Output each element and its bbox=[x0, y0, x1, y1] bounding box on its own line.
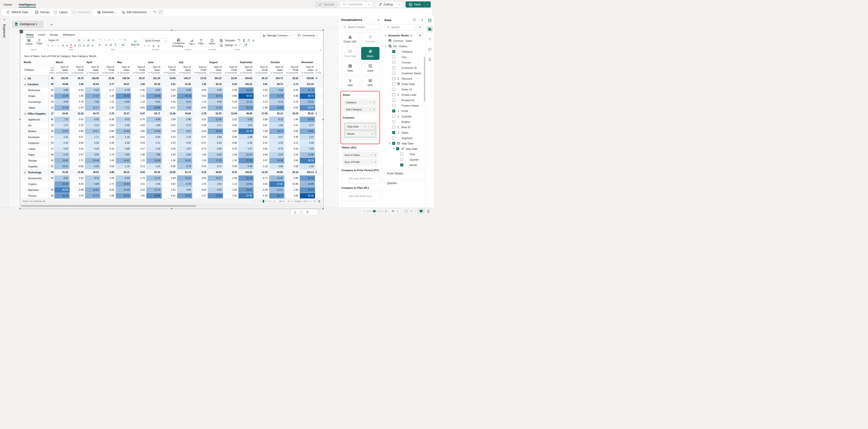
ribbon-collapse-icon[interactable]: ∨ bbox=[320, 49, 321, 51]
field-checkbox[interactable] bbox=[392, 115, 395, 118]
matrix-cell[interactable]: 0.38 bbox=[192, 87, 208, 93]
matrix-cell[interactable]: 4.86 bbox=[284, 193, 300, 198]
totals-button[interactable]: Σ Totals∨ bbox=[35, 38, 43, 47]
chevron-down-icon[interactable]: ∨ bbox=[365, 126, 366, 128]
matrix-cell[interactable]: 20.33 bbox=[300, 117, 315, 122]
matrix-cell[interactable]: 0.45 bbox=[162, 122, 177, 128]
matrix-cell[interactable]: -0.17 bbox=[100, 87, 116, 93]
app-zoom-value[interactable]: 82 % bbox=[390, 209, 401, 214]
settings-label[interactable]: Settings bbox=[225, 44, 233, 46]
focus-mode-icon[interactable] bbox=[300, 211, 303, 214]
matrix-row-label[interactable]: ⊟Technology bbox=[22, 169, 49, 175]
zoom-out-button[interactable]: − bbox=[363, 209, 365, 213]
matrix-cell[interactable]: 5.30 bbox=[254, 193, 269, 198]
matrix-cell[interactable]: 2.76 bbox=[100, 110, 116, 117]
data-search[interactable] bbox=[384, 24, 415, 30]
matrix-cell[interactable]: 4.56 bbox=[116, 152, 131, 158]
matrix-clipped-cell[interactable]: 30 bbox=[49, 122, 54, 128]
matrix-row-label[interactable]: Tables bbox=[22, 105, 49, 110]
filter-button[interactable]: Filter∨ bbox=[197, 38, 205, 47]
matrix-cell[interactable]: 13.45 bbox=[269, 175, 284, 181]
matrix-cell[interactable]: 6.99 bbox=[116, 175, 131, 181]
field-checkbox[interactable] bbox=[392, 88, 395, 91]
matrix-cell[interactable]: -0.38 bbox=[100, 117, 116, 122]
matrix-cell[interactable]: 0.90 bbox=[54, 146, 69, 152]
matrix-cell[interactable]: 12.74 bbox=[146, 187, 162, 193]
refresh-data-button[interactable]: Refresh Data bbox=[4, 9, 31, 16]
matrix-cell[interactable]: 50.35 bbox=[300, 193, 315, 198]
fill-color-icon[interactable] bbox=[61, 44, 64, 47]
more-options-icon[interactable]: ⋮ bbox=[369, 101, 372, 104]
matrix-cell[interactable]: 0.08 bbox=[223, 87, 238, 93]
matrix-cell[interactable]: 18.19 bbox=[269, 128, 284, 134]
matrix-clipped-cell[interactable]: 37 bbox=[49, 134, 54, 140]
matrix-clipped-cell[interactable]: - bbox=[315, 128, 322, 134]
matrix-cell[interactable]: 11.88 bbox=[300, 152, 315, 158]
explorer-label[interactable]: Explorer bbox=[3, 24, 6, 38]
matrix-cell[interactable]: 12.93 bbox=[146, 128, 162, 134]
matrix-cell[interactable]: 1.09 bbox=[69, 81, 85, 87]
grow-font-icon[interactable]: A^ bbox=[87, 39, 90, 41]
filters-rail-button[interactable] bbox=[427, 36, 433, 42]
matrix-cell[interactable]: 9.47 bbox=[131, 110, 146, 117]
field-checkbox[interactable] bbox=[392, 82, 395, 86]
field-checkbox[interactable] bbox=[392, 56, 395, 59]
matrix-cell[interactable]: 54.92 bbox=[54, 110, 69, 117]
matrix-cell[interactable]: -2.74 bbox=[284, 81, 300, 87]
visual-tile-gantt[interactable]: Gantt bbox=[361, 62, 380, 74]
pl-dropzone[interactable]: Add data fields here bbox=[341, 191, 379, 201]
matrix-cell[interactable]: 6.85 bbox=[100, 169, 116, 175]
visuals-rail-button[interactable] bbox=[427, 26, 433, 32]
matrix-cell[interactable]: 37.78 bbox=[239, 128, 254, 134]
matrix-cell[interactable]: 1.38 bbox=[162, 158, 177, 163]
matrix-profit-header[interactable]: Sum ofProfitin Thousands bbox=[100, 65, 116, 76]
matrix-cell[interactable]: 1.71 bbox=[208, 122, 223, 128]
visuals-search[interactable] bbox=[341, 24, 379, 30]
matrix-cell[interactable]: 5.62 bbox=[146, 99, 162, 105]
matrix-cell[interactable]: 2.26 bbox=[116, 122, 131, 128]
matrix-cell[interactable]: 7.18 bbox=[254, 128, 269, 134]
notes-button[interactable]: Notes∨ bbox=[208, 38, 216, 47]
share-icon[interactable] bbox=[244, 43, 247, 47]
matrix-cell[interactable]: 0.97 bbox=[269, 134, 284, 140]
field-region[interactable]: Region bbox=[384, 119, 423, 125]
matrix-cell[interactable]: -0.65 bbox=[192, 105, 208, 110]
outdent-icon[interactable] bbox=[118, 38, 122, 41]
matrix-cell[interactable]: 21.74 bbox=[269, 93, 284, 99]
matrix-cell[interactable]: 2.37 bbox=[192, 193, 208, 198]
matrix-cell[interactable]: 4.85 bbox=[223, 128, 238, 134]
matrix-row-label[interactable]: Phones bbox=[22, 193, 49, 198]
zoom-options-chevron[interactable]: ∨ bbox=[410, 210, 412, 212]
matrix-clipped-cell[interactable] bbox=[315, 81, 322, 87]
matrix-clipped-cell[interactable]: 4 bbox=[315, 75, 322, 81]
matrix-cell[interactable]: 8.89 bbox=[146, 117, 162, 122]
field-checkbox[interactable] bbox=[392, 72, 395, 75]
row-height-icon[interactable] bbox=[114, 43, 117, 46]
matrix-cell[interactable]: -0.85 bbox=[69, 163, 85, 169]
matrix-clipped-cell[interactable]: 09 bbox=[49, 81, 54, 87]
matrix-cell[interactable]: 58.32 bbox=[116, 169, 131, 175]
matrix-cell[interactable]: 0.47 bbox=[192, 134, 208, 140]
drag-handle-icon[interactable] bbox=[293, 211, 297, 214]
matrix-cell[interactable]: 10.93 bbox=[162, 169, 177, 175]
matrix-clipped-cell[interactable] bbox=[315, 140, 322, 146]
matrix-cell[interactable]: 20.47 bbox=[131, 75, 146, 81]
field-customer-name[interactable]: Customer Name bbox=[384, 70, 423, 76]
matrix-cell[interactable]: 1.29 bbox=[223, 187, 238, 193]
matrix-cell[interactable]: -1.14 bbox=[223, 105, 238, 110]
matrix-cell[interactable]: 3.93 bbox=[192, 175, 208, 181]
matrix-clipped-cell[interactable]: 02 bbox=[49, 163, 54, 169]
field-checkbox[interactable] bbox=[392, 66, 395, 69]
matrix-cell[interactable]: 6.10 bbox=[54, 152, 69, 158]
redo-button[interactable] bbox=[157, 9, 163, 15]
matrix-row-label[interactable]: Appliances bbox=[22, 117, 49, 122]
field-month[interactable]: Month bbox=[384, 162, 423, 168]
matrix-cell[interactable]: 9.60 bbox=[69, 181, 85, 187]
visual-tile-powertable[interactable]: PowerTable bbox=[341, 47, 360, 60]
resize-handle[interactable] bbox=[322, 208, 324, 209]
matrix-cell[interactable]: 0.42 bbox=[69, 146, 85, 152]
matrix-sales-header[interactable]: Sum ofSalesin Thousands bbox=[300, 65, 315, 76]
matrix-corner-category[interactable]: Category bbox=[22, 65, 49, 76]
matrix-cell[interactable]: 0.36 bbox=[223, 134, 238, 140]
matrix-cell[interactable]: 0.03 bbox=[162, 140, 177, 146]
